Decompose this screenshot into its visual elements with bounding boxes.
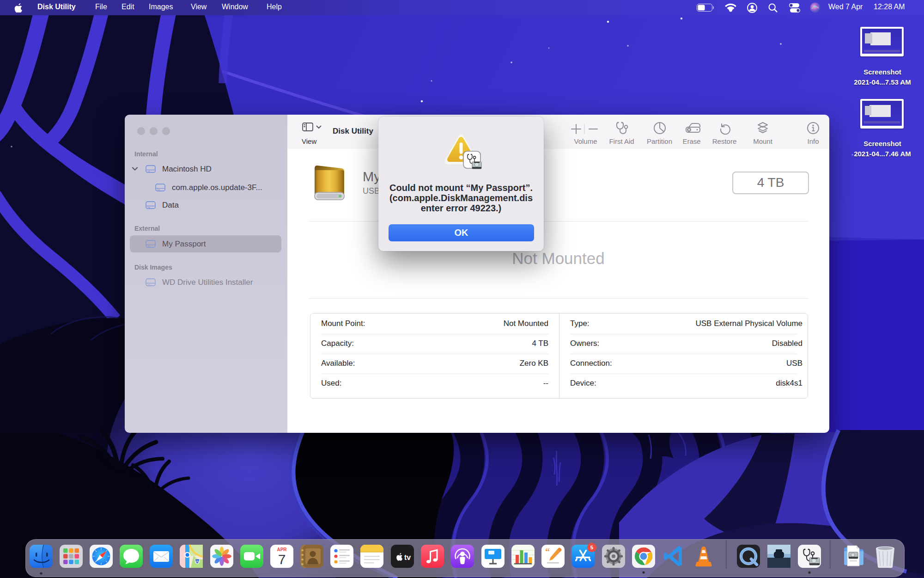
svg-text:tv: tv (404, 553, 411, 561)
svg-text:280: 280 (195, 560, 200, 563)
svg-text:7: 7 (278, 552, 286, 567)
svg-text:APR: APR (277, 547, 287, 552)
svg-text:“: “ (545, 547, 550, 557)
svg-text:5: 5 (590, 545, 594, 550)
